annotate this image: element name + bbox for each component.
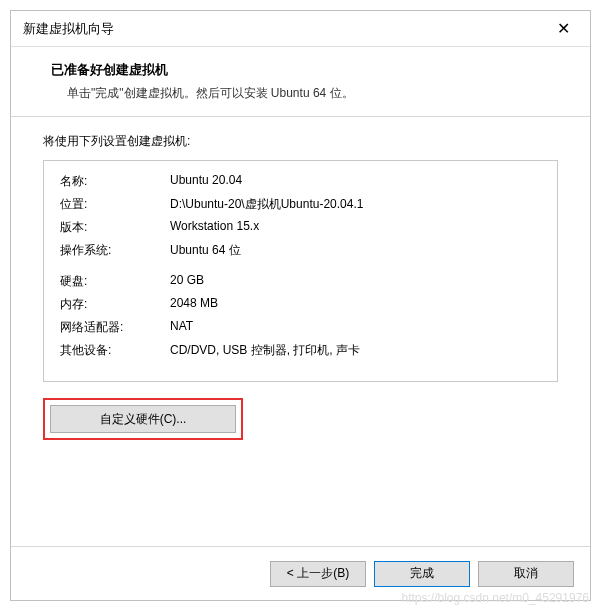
os-label: 操作系统:: [60, 242, 170, 259]
network-value: NAT: [170, 319, 541, 336]
memory-label: 内存:: [60, 296, 170, 313]
content-area: 将使用下列设置创建虚拟机: 名称: Ubuntu 20.04 位置: D:\Ub…: [11, 117, 590, 546]
other-value: CD/DVD, USB 控制器, 打印机, 声卡: [170, 342, 541, 359]
header-subtitle: 单击"完成"创建虚拟机。然后可以安装 Ubuntu 64 位。: [51, 85, 560, 102]
location-label: 位置:: [60, 196, 170, 213]
disk-label: 硬盘:: [60, 273, 170, 290]
name-value: Ubuntu 20.04: [170, 173, 541, 190]
os-value: Ubuntu 64 位: [170, 242, 541, 259]
highlight-box: 自定义硬件(C)...: [43, 398, 243, 440]
finish-button[interactable]: 完成: [374, 561, 470, 587]
name-label: 名称:: [60, 173, 170, 190]
setting-row-disk: 硬盘: 20 GB: [60, 273, 541, 290]
back-button[interactable]: < 上一步(B): [270, 561, 366, 587]
customize-hardware-button[interactable]: 自定义硬件(C)...: [50, 405, 236, 433]
wizard-footer: < 上一步(B) 完成 取消: [11, 546, 590, 600]
wizard-window: 新建虚拟机向导 ✕ 已准备好创建虚拟机 单击"完成"创建虚拟机。然后可以安装 U…: [10, 10, 591, 601]
cancel-button[interactable]: 取消: [478, 561, 574, 587]
memory-value: 2048 MB: [170, 296, 541, 313]
setting-row-memory: 内存: 2048 MB: [60, 296, 541, 313]
network-label: 网络适配器:: [60, 319, 170, 336]
intro-text: 将使用下列设置创建虚拟机:: [43, 133, 558, 150]
setting-row-os: 操作系统: Ubuntu 64 位: [60, 242, 541, 259]
setting-row-version: 版本: Workstation 15.x: [60, 219, 541, 236]
version-label: 版本:: [60, 219, 170, 236]
window-title: 新建虚拟机向导: [23, 20, 114, 38]
wizard-header: 已准备好创建虚拟机 单击"完成"创建虚拟机。然后可以安装 Ubuntu 64 位…: [11, 47, 590, 117]
settings-summary: 名称: Ubuntu 20.04 位置: D:\Ubuntu-20\虚拟机Ubu…: [43, 160, 558, 382]
close-icon[interactable]: ✕: [548, 19, 578, 38]
setting-row-name: 名称: Ubuntu 20.04: [60, 173, 541, 190]
setting-row-other: 其他设备: CD/DVD, USB 控制器, 打印机, 声卡: [60, 342, 541, 359]
setting-row-network: 网络适配器: NAT: [60, 319, 541, 336]
other-label: 其他设备:: [60, 342, 170, 359]
disk-value: 20 GB: [170, 273, 541, 290]
version-value: Workstation 15.x: [170, 219, 541, 236]
location-value: D:\Ubuntu-20\虚拟机Ubuntu-20.04.1: [170, 196, 541, 213]
header-title: 已准备好创建虚拟机: [51, 61, 560, 79]
setting-row-location: 位置: D:\Ubuntu-20\虚拟机Ubuntu-20.04.1: [60, 196, 541, 213]
titlebar: 新建虚拟机向导 ✕: [11, 11, 590, 47]
